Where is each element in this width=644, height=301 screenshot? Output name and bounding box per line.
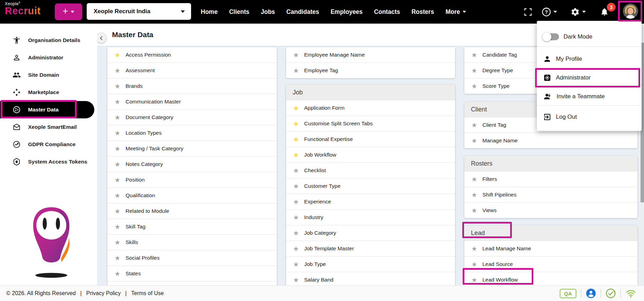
master-data-row-lead-workflow[interactable]: ★Lead Workflow: [464, 272, 637, 285]
star-icon[interactable]: ★: [471, 122, 477, 128]
terms-of-use-link[interactable]: Terms of Use: [131, 290, 164, 296]
master-data-row-industry[interactable]: ★Industry: [286, 209, 455, 225]
sidebar-item-organisation-details[interactable]: Organisation Details: [0, 32, 97, 49]
master-data-row-lead-manage-name[interactable]: ★Lead Manage Name: [464, 241, 637, 256]
star-icon[interactable]: ★: [114, 145, 120, 152]
star-icon[interactable]: ★: [114, 270, 120, 277]
star-icon[interactable]: ★: [471, 67, 477, 74]
star-icon[interactable]: ★: [114, 83, 120, 90]
star-icon[interactable]: ★: [114, 208, 120, 215]
notifications-button[interactable]: [600, 0, 609, 24]
master-data-row-qualification[interactable]: ★Qualification: [108, 187, 277, 203]
sidebar-item-marketplace[interactable]: Marketplace: [0, 84, 97, 101]
star-icon-favorited[interactable]: ★: [293, 152, 299, 158]
master-data-row-shift-pipelines[interactable]: ★Shift Pipelines: [464, 187, 637, 202]
sidebar-item-administrator[interactable]: Administrator: [0, 49, 97, 66]
master-data-row-customise-split-screen-tabs[interactable]: ★Customise Split Screen Tabs: [286, 116, 455, 131]
star-icon[interactable]: ★: [293, 67, 299, 74]
master-data-row-status[interactable]: ★Status: [108, 281, 277, 285]
star-icon[interactable]: ★: [293, 183, 299, 190]
master-data-row-manage-name[interactable]: ★Manage Name: [464, 133, 637, 148]
settings-button[interactable]: [570, 0, 586, 24]
star-icon[interactable]: ★: [471, 176, 477, 183]
star-icon[interactable]: ★: [471, 192, 477, 198]
menu-item-invite-a-teammate[interactable]: Invite a Teammate: [537, 89, 642, 104]
master-data-row-salary-band[interactable]: ★Salary Band: [286, 272, 455, 285]
nav-item-clients[interactable]: Clients: [229, 8, 249, 16]
master-data-row-access-permission[interactable]: ★Access Permission: [108, 47, 277, 62]
master-data-row-filters[interactable]: ★Filters: [464, 171, 637, 187]
master-data-row-functional-expertise[interactable]: ★Functional Expertise: [286, 131, 455, 147]
star-icon[interactable]: ★: [293, 167, 299, 174]
master-data-row-states[interactable]: ★States: [108, 266, 277, 281]
master-data-row-job-type[interactable]: ★Job Type: [286, 256, 455, 272]
master-data-row-social-profiles[interactable]: ★Social Profiles: [108, 250, 277, 266]
star-icon[interactable]: ★: [114, 161, 120, 168]
master-data-row-checklist[interactable]: ★Checklist: [286, 162, 455, 178]
star-icon[interactable]: ★: [293, 199, 299, 205]
fullscreen-button[interactable]: [524, 0, 532, 24]
master-data-row-notes-category[interactable]: ★Notes Category: [108, 156, 277, 172]
star-icon[interactable]: ★: [114, 239, 120, 246]
dark-mode-toggle[interactable]: [543, 33, 559, 40]
master-data-row-experience[interactable]: ★Experience: [286, 194, 455, 209]
master-data-row-document-category[interactable]: ★Document Category: [108, 109, 277, 125]
star-icon[interactable]: ★: [114, 114, 120, 121]
master-data-row-customer-type[interactable]: ★Customer Type: [286, 178, 455, 194]
privacy-policy-link[interactable]: Privacy Policy: [86, 290, 121, 296]
nav-item-home[interactable]: Home: [201, 8, 218, 16]
sidebar-item-master-data[interactable]: Master Data: [0, 101, 94, 118]
nav-item-rosters[interactable]: Rosters: [411, 8, 434, 16]
star-icon[interactable]: ★: [471, 207, 477, 214]
star-icon[interactable]: ★: [471, 277, 477, 283]
nav-item-contacts[interactable]: Contacts: [374, 8, 400, 16]
star-icon[interactable]: ★: [293, 52, 299, 58]
star-icon-favorited[interactable]: ★: [114, 52, 120, 58]
master-data-row-related-to-module[interactable]: ★Related to Module: [108, 203, 277, 219]
organisation-select[interactable]: Xeople Recruit India: [87, 3, 191, 20]
star-icon[interactable]: ★: [293, 214, 299, 221]
master-data-row-job-template-master[interactable]: ★Job Template Master: [286, 241, 455, 256]
star-icon[interactable]: ★: [471, 261, 477, 268]
master-data-row-skills[interactable]: ★Skills: [108, 234, 277, 250]
nav-item-more[interactable]: More: [446, 8, 466, 16]
menu-item-log-out[interactable]: Log Out: [537, 109, 642, 125]
star-icon[interactable]: ★: [293, 245, 299, 252]
master-data-row-assessment[interactable]: ★Assessment: [108, 62, 277, 78]
nav-item-jobs[interactable]: Jobs: [261, 8, 275, 16]
menu-item-dark-mode[interactable]: Dark Mode: [537, 29, 642, 44]
star-icon[interactable]: ★: [471, 83, 477, 90]
master-data-row-views[interactable]: ★Views: [464, 202, 637, 218]
master-data-row-position[interactable]: ★Position: [108, 172, 277, 187]
star-icon[interactable]: ★: [114, 177, 120, 183]
master-data-row-communication-master[interactable]: ★Communication Master: [108, 94, 277, 109]
sidebar-item-site-domain[interactable]: Site Domain: [0, 66, 97, 84]
profile-status-icon[interactable]: [586, 288, 596, 299]
star-icon[interactable]: ★: [293, 277, 299, 283]
help-button[interactable]: ?: [542, 0, 557, 24]
star-icon[interactable]: ★: [114, 130, 120, 136]
master-data-row-brands[interactable]: ★Brands: [108, 78, 277, 94]
sidebar-item-system-access-tokens[interactable]: System Access Tokens: [0, 153, 97, 170]
master-data-row-application-form[interactable]: ★Application Form: [286, 100, 455, 116]
nav-item-employees[interactable]: Employees: [330, 8, 362, 16]
star-icon[interactable]: ★: [293, 261, 299, 268]
sidebar-item-gdpr-compliance[interactable]: GDPR Compliance: [0, 136, 97, 153]
star-icon[interactable]: ★: [471, 137, 477, 144]
star-icon-favorited[interactable]: ★: [293, 105, 299, 111]
add-button[interactable]: +: [55, 3, 82, 20]
sidebar-item-xeople-smartemail[interactable]: Xeople SmartEmail: [0, 118, 97, 136]
menu-item-administrator[interactable]: Administrator: [537, 70, 642, 85]
star-icon-favorited[interactable]: ★: [293, 136, 299, 143]
master-data-row-lead-source[interactable]: ★Lead Source: [464, 256, 637, 272]
master-data-row-meeting-task-category[interactable]: ★Meeting / Task Category: [108, 141, 277, 156]
master-data-row-employee-manage-name[interactable]: ★Employee Manage Name: [286, 47, 455, 62]
master-data-row-employee-tag[interactable]: ★Employee Tag: [286, 62, 455, 78]
star-icon[interactable]: ★: [114, 99, 120, 105]
star-icon[interactable]: ★: [471, 245, 477, 252]
master-data-row-job-workflow[interactable]: ★Job Workflow: [286, 147, 455, 162]
master-data-row-job-category[interactable]: ★Job Category: [286, 225, 455, 241]
star-icon[interactable]: ★: [114, 255, 120, 261]
star-icon[interactable]: ★: [293, 230, 299, 236]
star-icon-favorited[interactable]: ★: [293, 120, 299, 127]
